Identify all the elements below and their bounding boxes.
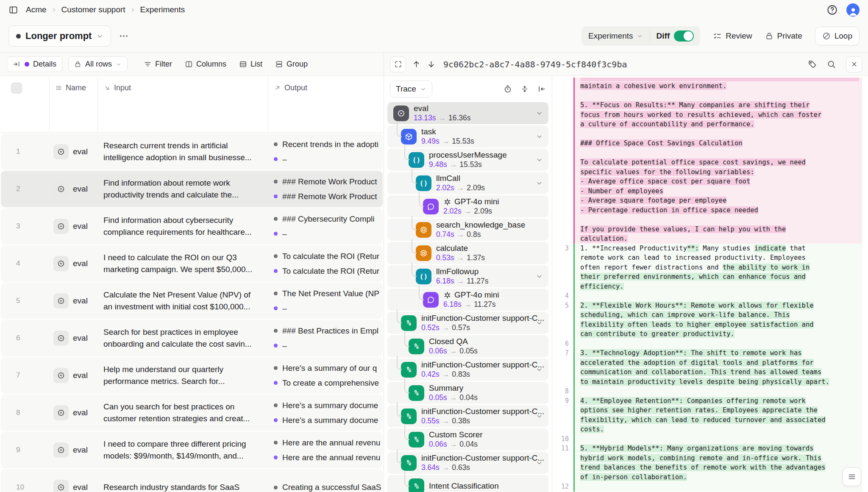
line-number bbox=[552, 358, 573, 368]
private-button[interactable]: Private bbox=[765, 31, 802, 41]
span-type-score-icon: % bbox=[401, 315, 417, 331]
span-meta: initFunction-Customer support-C...0.55s→… bbox=[421, 407, 544, 425]
details-button[interactable]: Details bbox=[7, 56, 62, 72]
group-icon bbox=[275, 60, 283, 68]
table-row[interactable]: 8evalCan you search for best practices o… bbox=[1, 395, 383, 431]
timer-icon[interactable] bbox=[504, 85, 512, 93]
review-button[interactable]: Review bbox=[713, 31, 752, 41]
trace-span-row[interactable]: ()processUserMessage9.48s→15.53s bbox=[387, 149, 548, 171]
diff-added-line: flexibility, which can lead to reduced t… bbox=[552, 415, 868, 425]
span-name: Intent Classification bbox=[429, 481, 499, 491]
column-divider[interactable] bbox=[268, 76, 268, 132]
close-icon[interactable] bbox=[846, 56, 862, 72]
chevron-down-icon[interactable] bbox=[536, 156, 543, 164]
trace-span-row[interactable]: ()llmCall2.02s→2.09s bbox=[387, 172, 548, 194]
trace-span-row[interactable]: %initFunction-Customer support-C...3.64s… bbox=[387, 452, 548, 474]
trace-span-row[interactable]: %initFunction-Customer support-C...0.55s… bbox=[387, 405, 548, 427]
experiment-selector[interactable]: Longer prompt bbox=[8, 25, 111, 47]
list-button[interactable]: List bbox=[236, 57, 266, 72]
select-all-checkbox[interactable] bbox=[11, 83, 22, 94]
trace-span-row[interactable]: calculate0.53s→1.37s bbox=[387, 242, 548, 264]
column-divider[interactable] bbox=[49, 76, 50, 132]
diff-line-text: - Average square footage per employee bbox=[573, 196, 862, 206]
status-dot bbox=[16, 34, 21, 39]
chevron-down-icon[interactable] bbox=[536, 459, 543, 467]
chevron-down-icon[interactable] bbox=[536, 413, 543, 420]
trace-span-row[interactable]: %Intent Classification bbox=[387, 475, 548, 492]
table-row[interactable]: 3evalFind information about cybersecurit… bbox=[1, 208, 383, 245]
expand-trace-icon[interactable] bbox=[390, 56, 406, 72]
table-row[interactable]: 10evalResearch industry standards for Sa… bbox=[1, 469, 383, 492]
score-dot-icon bbox=[274, 441, 278, 445]
table-row[interactable]: 1evalResearch current trends in artifici… bbox=[1, 133, 383, 170]
table-row[interactable]: 4evalI need to calculate the ROI on our … bbox=[1, 245, 383, 282]
diff-line-text: - Number of employees bbox=[573, 186, 862, 196]
trace-span-row[interactable]: %Closed QA0.06s→0.05s bbox=[387, 335, 548, 357]
trace-span-row[interactable]: %initFunction-Customer support-C...0.42s… bbox=[387, 359, 548, 381]
breadcrumb-page[interactable]: Experiments bbox=[140, 5, 185, 14]
prev-row-icon[interactable] bbox=[412, 60, 421, 69]
table-row[interactable]: 6evalSearch for best practices in employ… bbox=[1, 320, 383, 356]
output-score-line: – bbox=[274, 341, 383, 350]
trace-span-row[interactable]: task9.49s→15.53s bbox=[387, 125, 548, 147]
collapse-rows-icon[interactable] bbox=[520, 85, 529, 93]
breadcrumb-org[interactable]: Acme bbox=[26, 5, 47, 14]
column-header-name[interactable]: Name bbox=[55, 83, 86, 92]
columns-icon bbox=[185, 60, 193, 68]
span-type-score-icon: % bbox=[401, 409, 417, 424]
tag-icon[interactable] bbox=[808, 60, 817, 69]
trace-view-dropdown[interactable]: Trace bbox=[390, 81, 432, 97]
output-text: ### Cybersecurity Compli bbox=[282, 214, 375, 224]
table-row[interactable]: 7evalHelp me understand our quarterlyper… bbox=[1, 357, 383, 394]
filter-button[interactable]: Filter bbox=[140, 57, 175, 72]
diff-added-line: 52. **Flexible Work Hours**: Remote work… bbox=[552, 301, 868, 311]
table-row[interactable]: 5evalCalculate the Net Present Value (NP… bbox=[1, 283, 383, 319]
avatar[interactable] bbox=[846, 3, 860, 17]
collapse-panel-icon[interactable] bbox=[537, 85, 546, 93]
chevron-down-icon[interactable] bbox=[536, 110, 543, 117]
output-score-line: ### Cybersecurity Compli bbox=[274, 214, 383, 224]
experiments-dropdown[interactable]: Experiments bbox=[581, 26, 650, 46]
chevron-down-icon[interactable] bbox=[536, 320, 543, 327]
toc-icon[interactable] bbox=[843, 467, 861, 486]
help-icon[interactable] bbox=[826, 4, 838, 16]
output-text: To create a comprehensive bbox=[282, 378, 379, 388]
line-number bbox=[552, 453, 573, 463]
chevron-down-icon[interactable] bbox=[536, 273, 543, 280]
trace-span-row[interactable]: search_knowledge_base0.74s→0.8s bbox=[387, 219, 548, 241]
trace-span-row[interactable]: ()llmFollowup6.18s→11.27s bbox=[387, 265, 548, 287]
diff-deleted-line: focus from hours worked to results achie… bbox=[552, 110, 868, 120]
trace-span-row[interactable]: %initFunction-Customer support-C...0.52s… bbox=[387, 312, 548, 334]
loop-button[interactable]: Loop bbox=[815, 27, 860, 45]
trace-span-row[interactable]: GPT-4o mini6.18s→11.27s bbox=[387, 289, 548, 311]
trace-span-row[interactable]: eval13.13s→16.36s bbox=[387, 102, 548, 124]
next-row-icon[interactable] bbox=[427, 60, 436, 69]
diff-deleted-line: ### Office Space Cost Savings Calculatio… bbox=[552, 139, 868, 148]
trace-span-row[interactable]: %Summary0.05s→0.04s bbox=[387, 382, 548, 404]
span-name: llmCall bbox=[436, 174, 485, 183]
diff-added-line: remote work can lead to increased produc… bbox=[552, 253, 868, 263]
column-header-input[interactable]: Input bbox=[103, 83, 131, 92]
chevron-down-icon[interactable] bbox=[536, 180, 543, 187]
columns-button[interactable]: Columns bbox=[181, 57, 230, 72]
all-rows-dropdown[interactable]: All rows bbox=[68, 56, 128, 72]
group-button[interactable]: Group bbox=[272, 57, 311, 72]
column-header-output[interactable]: Output bbox=[274, 83, 307, 92]
trace-span-row[interactable]: %Custom Scorer0.06s→0.04s bbox=[387, 428, 548, 450]
table-row[interactable]: 9evalI need to compare three different p… bbox=[1, 432, 383, 468]
diff-line-text: often report fewer distractions and the … bbox=[573, 263, 862, 272]
diff-toggle[interactable] bbox=[674, 31, 694, 42]
chevron-down-icon[interactable] bbox=[536, 133, 543, 140]
search-icon[interactable] bbox=[827, 60, 836, 69]
input-cell: Help me understand our quarterlyperforma… bbox=[97, 364, 268, 387]
diff-line-text: a culture of accountability and performa… bbox=[573, 120, 862, 129]
output-cell: Recent trends in the adopti– bbox=[268, 140, 383, 164]
breadcrumb-project[interactable]: Customer support bbox=[61, 5, 125, 14]
trace-span-row[interactable]: GPT-4o mini2.02s→2.09s bbox=[387, 195, 548, 217]
line-number: 8 bbox=[552, 386, 573, 396]
more-options-icon[interactable] bbox=[119, 31, 129, 41]
table-row[interactable]: 2evalFind information about remote workp… bbox=[1, 171, 383, 207]
chevron-down-icon[interactable] bbox=[536, 366, 543, 373]
sidebar-toggle-icon[interactable] bbox=[8, 5, 18, 15]
column-divider[interactable] bbox=[97, 76, 98, 132]
